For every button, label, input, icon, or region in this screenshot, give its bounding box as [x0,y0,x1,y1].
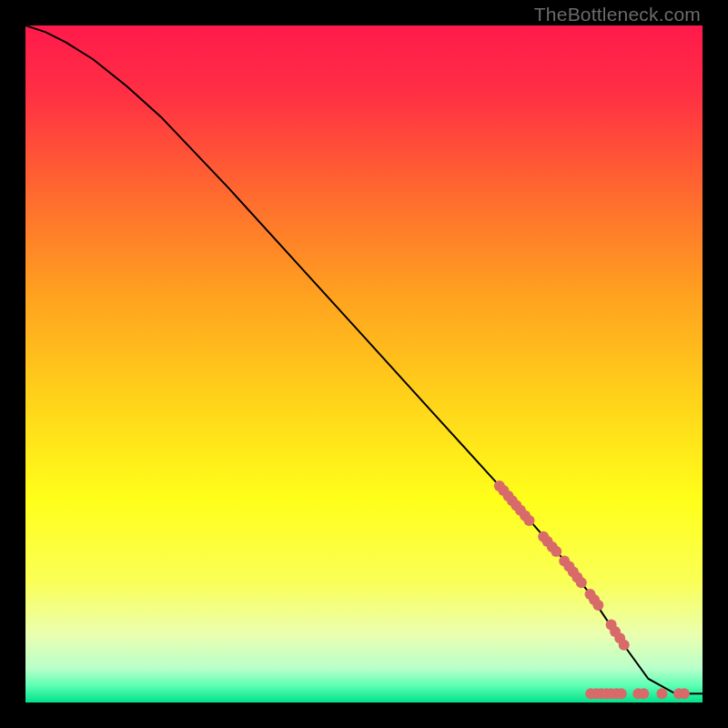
chart-frame [25,25,703,703]
chart-svg [25,25,703,703]
highlight-dot [524,515,535,526]
highlight-dot [592,600,603,611]
highlight-dot [638,688,649,699]
highlight-dot [679,688,690,699]
highlight-dot [576,577,587,588]
highlight-dot [619,640,630,651]
highlight-dot [656,688,667,699]
highlight-dot [551,546,561,557]
watermark-text: TheBottleneck.com [534,4,701,25]
highlight-dot [616,688,627,699]
